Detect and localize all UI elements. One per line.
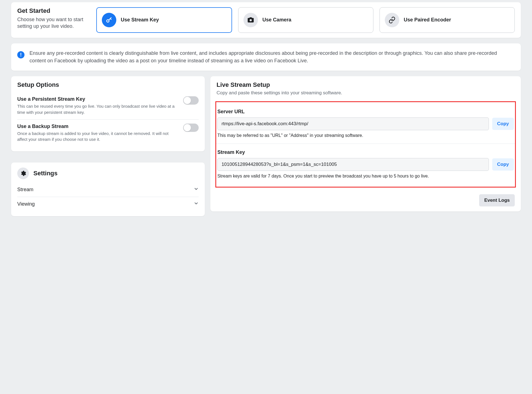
option-label: Use Stream Key — [121, 17, 159, 23]
setup-persistent-key-row: Use a Persistent Stream Key This can be … — [17, 92, 199, 120]
get-started-options: Use Stream Key Use Camera Use Paired Enc… — [96, 7, 515, 33]
main-columns: Setup Options Use a Persistent Stream Ke… — [11, 76, 521, 222]
link-icon — [385, 13, 399, 27]
notice-text: Ensure any pre-recorded content is clear… — [29, 50, 515, 65]
live-stream-subtitle: Copy and paste these settings into your … — [216, 90, 515, 96]
notice-card: ! Ensure any pre-recorded content is cle… — [11, 43, 521, 71]
option-camera[interactable]: Use Camera — [238, 7, 373, 33]
setup-options-card: Setup Options Use a Persistent Stream Ke… — [11, 76, 205, 151]
backup-stream-title: Use a Backup Stream — [17, 124, 179, 129]
camera-icon — [243, 13, 258, 27]
get-started-title: Get Started — [17, 7, 90, 14]
copy-server-url-button[interactable]: Copy — [492, 118, 514, 130]
option-stream-key[interactable]: Use Stream Key — [96, 7, 232, 33]
server-url-block: Server URL Copy This may be referred to … — [216, 107, 515, 144]
stream-key-block: Stream Key Copy Stream keys are valid fo… — [216, 147, 515, 184]
settings-item-viewing[interactable]: Viewing — [17, 197, 199, 211]
copy-stream-key-button[interactable]: Copy — [492, 158, 514, 171]
backup-stream-toggle[interactable] — [183, 124, 199, 132]
stream-key-label: Stream Key — [217, 149, 514, 155]
event-logs-row: Event Logs — [216, 194, 515, 206]
persistent-key-toggle[interactable] — [183, 96, 199, 105]
persistent-key-title: Use a Persistent Stream Key — [17, 96, 179, 102]
stream-key-input[interactable] — [217, 158, 489, 171]
server-url-help: This may be referred to as "URL" or "Add… — [217, 132, 514, 139]
server-url-input[interactable] — [217, 117, 489, 130]
backup-stream-desc: Once a backup stream is added to your li… — [17, 130, 179, 143]
settings-card: Settings Stream Viewing — [11, 162, 205, 216]
settings-item-stream[interactable]: Stream — [17, 183, 199, 197]
chevron-down-icon — [194, 186, 199, 193]
gear-icon — [17, 168, 29, 179]
svg-point-1 — [250, 19, 252, 21]
setup-backup-stream-row: Use a Backup Stream Once a backup stream… — [17, 120, 199, 147]
stream-key-help: Stream keys are valid for 7 days. Once y… — [217, 173, 514, 179]
info-icon: ! — [17, 51, 24, 58]
option-label: Use Paired Encoder — [404, 17, 451, 23]
persistent-key-desc: This can be reused every time you go liv… — [17, 103, 179, 115]
live-stream-title: Live Stream Setup — [216, 81, 515, 88]
get-started-subtitle: Choose how you want to start setting up … — [17, 16, 90, 30]
settings-title: Settings — [33, 170, 58, 177]
setup-text: Use a Persistent Stream Key This can be … — [17, 96, 179, 115]
highlight-box: Server URL Copy This may be referred to … — [215, 101, 516, 188]
server-url-label: Server URL — [217, 109, 514, 115]
option-paired-encoder[interactable]: Use Paired Encoder — [380, 7, 515, 33]
chevron-down-icon — [194, 201, 199, 207]
settings-item-label: Stream — [17, 187, 33, 193]
setup-text: Use a Backup Stream Once a backup stream… — [17, 124, 179, 143]
live-stream-card: Live Stream Setup Copy and paste these s… — [210, 76, 521, 211]
settings-header: Settings — [17, 168, 199, 179]
get-started-text: Get Started Choose how you want to start… — [17, 7, 90, 30]
right-column: Live Stream Setup Copy and paste these s… — [210, 76, 521, 217]
get-started-card: Get Started Choose how you want to start… — [11, 2, 521, 38]
settings-item-label: Viewing — [17, 201, 35, 207]
setup-options-title: Setup Options — [17, 81, 199, 88]
key-icon — [102, 13, 116, 27]
event-logs-button[interactable]: Event Logs — [479, 194, 515, 206]
option-label: Use Camera — [262, 17, 291, 23]
left-column: Setup Options Use a Persistent Stream Ke… — [11, 76, 205, 222]
